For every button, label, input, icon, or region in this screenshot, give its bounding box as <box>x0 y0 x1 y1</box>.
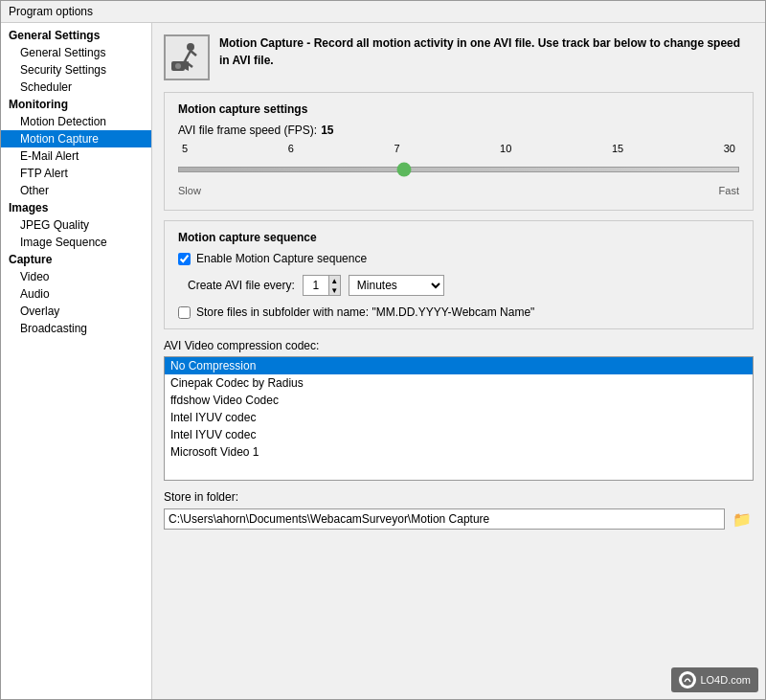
svg-line-1 <box>185 51 191 61</box>
sidebar-section-images: Images <box>1 199 151 216</box>
sidebar-item-motion-capture[interactable]: Motion Capture <box>1 130 151 147</box>
fast-label: Fast <box>719 185 739 196</box>
sidebar-item-overlay[interactable]: Overlay <box>1 303 151 320</box>
watermark-logo <box>679 671 696 689</box>
motion-capture-svg <box>169 40 204 75</box>
sidebar-item-other[interactable]: Other <box>1 182 151 199</box>
svg-point-0 <box>187 43 194 51</box>
create-avi-row: Create AVI file every: ▲ ▼ Minutes Hours… <box>178 275 739 296</box>
motion-capture-icon <box>164 34 210 80</box>
codec-list[interactable]: No Compression Cinepak Codec by Radius f… <box>164 356 754 481</box>
codec-item-intel-iyuv-2[interactable]: Intel IYUV codec <box>165 426 753 443</box>
subfolder-row: Store files in subfolder with name: "MM.… <box>178 305 739 319</box>
spinner-up-button[interactable]: ▲ <box>329 276 340 285</box>
tick-7: 7 <box>394 143 399 154</box>
program-options-window: Program options General Settings General… <box>0 0 766 700</box>
svg-point-8 <box>682 674 693 686</box>
codec-item-intel-iyuv-1[interactable]: Intel IYUV codec <box>165 409 753 426</box>
sidebar-item-ftp-alert[interactable]: FTP Alert <box>1 165 151 182</box>
sidebar-item-email-alert[interactable]: E-Mail Alert <box>1 147 151 165</box>
header-text: Motion Capture - Record all motion activ… <box>219 34 754 69</box>
store-folder-label: Store in folder: <box>164 490 754 504</box>
tick-15: 15 <box>612 143 623 154</box>
subfolder-label: Store files in subfolder with name: "MM.… <box>196 305 534 319</box>
store-folder-input[interactable] <box>164 508 725 530</box>
watermark: LO4D.com <box>671 667 758 692</box>
tick-30: 30 <box>724 143 735 154</box>
sidebar-item-broadcasting[interactable]: Broadcasting <box>1 320 151 337</box>
sidebar-item-general-settings[interactable]: General Settings <box>1 44 151 61</box>
fps-label-row: AVI file frame speed (FPS): 15 <box>178 124 739 137</box>
fps-value: 15 <box>321 124 333 137</box>
codec-item-cinepak[interactable]: Cinepak Codec by Radius <box>165 374 753 392</box>
codec-label: AVI Video compression codec: <box>164 339 754 352</box>
sidebar: General Settings General Settings Securi… <box>1 23 152 699</box>
fps-label: AVI file frame speed (FPS): <box>178 124 317 137</box>
spinner-down-button[interactable]: ▼ <box>329 285 340 295</box>
slow-label: Slow <box>178 185 201 196</box>
sidebar-section-general: General Settings <box>1 27 151 44</box>
enable-sequence-label: Enable Motion Capture sequence <box>196 252 367 265</box>
fps-slider-container <box>178 156 739 183</box>
store-folder-section: Store in folder: 📁 <box>164 490 754 531</box>
sidebar-item-image-sequence[interactable]: Image Sequence <box>1 234 151 251</box>
tick-5: 5 <box>182 143 188 154</box>
create-avi-spinner: ▲ ▼ <box>303 275 341 296</box>
sidebar-section-capture: Capture <box>1 251 151 268</box>
tick-10: 10 <box>500 143 511 154</box>
window-title: Program options <box>9 5 93 18</box>
svg-line-4 <box>191 51 196 56</box>
sidebar-item-video[interactable]: Video <box>1 268 151 285</box>
create-avi-unit-dropdown[interactable]: Minutes Hours Seconds <box>349 275 444 296</box>
sidebar-item-security-settings[interactable]: Security Settings <box>1 61 151 79</box>
fps-slider[interactable] <box>178 167 739 172</box>
codec-item-ffdshow[interactable]: ffdshow Video Codec <box>165 392 753 409</box>
enable-sequence-checkbox[interactable] <box>178 253 191 265</box>
store-folder-row: 📁 <box>164 508 754 531</box>
slow-fast-row: Slow Fast <box>178 185 739 196</box>
codec-item-ms-video1[interactable]: Microsoft Video 1 <box>165 443 753 461</box>
enable-sequence-row: Enable Motion Capture sequence <box>178 252 739 265</box>
sequence-section-title: Motion capture sequence <box>178 231 739 244</box>
watermark-text: LO4D.com <box>700 674 751 686</box>
window-titlebar: Program options <box>1 1 765 23</box>
sidebar-item-jpeg-quality[interactable]: JPEG Quality <box>1 216 151 234</box>
sidebar-section-monitoring: Monitoring <box>1 96 151 113</box>
create-avi-value-input[interactable] <box>304 276 328 295</box>
svg-point-6 <box>175 63 181 69</box>
subfolder-checkbox[interactable] <box>178 306 191 319</box>
sequence-section: Motion capture sequence Enable Motion Ca… <box>164 220 754 329</box>
fps-section-title: Motion capture settings <box>178 102 739 116</box>
slider-tick-row: 5 6 7 10 15 30 <box>178 143 739 154</box>
header-section: Motion Capture - Record all motion activ… <box>164 34 754 80</box>
folder-icon: 📁 <box>732 510 752 529</box>
fps-section: Motion capture settings AVI file frame s… <box>164 92 754 211</box>
main-panel: Motion Capture - Record all motion activ… <box>152 23 765 699</box>
tick-6: 6 <box>288 143 294 154</box>
sidebar-item-audio[interactable]: Audio <box>1 285 151 303</box>
codec-section: AVI Video compression codec: No Compress… <box>164 339 754 481</box>
browse-folder-button[interactable]: 📁 <box>731 508 754 531</box>
create-avi-label: Create AVI file every: <box>188 279 295 292</box>
watermark-logo-svg <box>681 673 694 687</box>
sidebar-item-motion-detection[interactable]: Motion Detection <box>1 113 151 130</box>
codec-item-no-compression[interactable]: No Compression <box>165 357 753 374</box>
spinner-buttons: ▲ ▼ <box>328 276 340 295</box>
sidebar-item-scheduler[interactable]: Scheduler <box>1 79 151 96</box>
